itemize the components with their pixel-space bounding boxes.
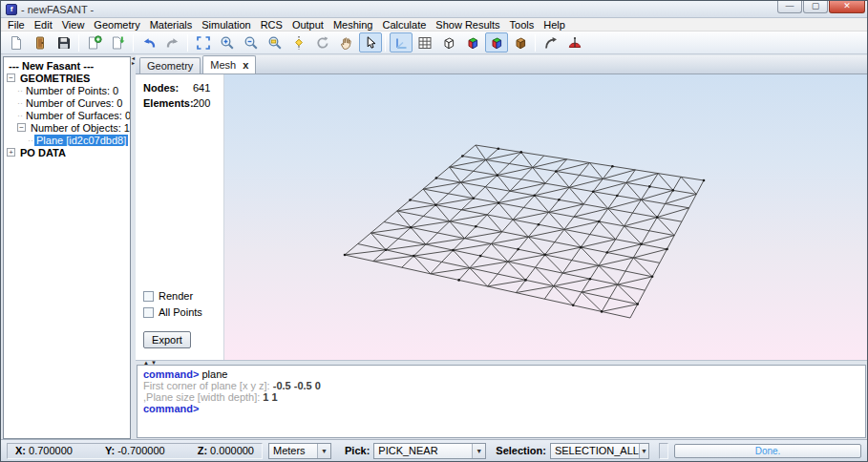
collapse-icon[interactable]: −: [17, 123, 26, 132]
geometry-tree-panel: --- New Fasant ---−GEOMETRIES··Number of…: [3, 56, 131, 439]
menu-meshing[interactable]: Meshing: [328, 18, 378, 32]
pick-value: PICK_NEAR: [378, 445, 437, 456]
snap-points-button[interactable]: [287, 32, 310, 52]
maximize-button[interactable]: ▢: [803, 1, 828, 13]
elements-stat: Elements: 200: [143, 97, 223, 109]
tree-item-new-fasant[interactable]: --- New Fasant ---: [4, 59, 130, 72]
export-button[interactable]: Export: [143, 331, 191, 348]
coordinates-panel: X: 0.700000 Y: -0.700000 Z: 0.000000: [7, 443, 263, 459]
open-icon: [32, 35, 48, 51]
menu-show-results[interactable]: Show Results: [431, 18, 504, 32]
expand-icon[interactable]: +: [7, 148, 15, 157]
save-button[interactable]: [53, 32, 75, 52]
window-title: - newFASANT -: [21, 4, 94, 15]
nodes-label: Nodes:: [143, 82, 193, 94]
menu-calculate[interactable]: Calculate: [377, 18, 431, 32]
console-text: command>: [143, 368, 199, 380]
shaded-wireframe-view-button[interactable]: [485, 32, 508, 52]
tree-item-geometries[interactable]: −GEOMETRIES: [4, 72, 130, 84]
all-points-checkbox[interactable]: [143, 307, 154, 318]
viewport-3d[interactable]: [223, 74, 867, 360]
all-points-label: All Points: [159, 306, 202, 318]
solid-view-button[interactable]: [509, 32, 532, 52]
menu-help[interactable]: Help: [539, 18, 570, 32]
console-line: command> plane: [143, 368, 859, 380]
page-download-icon: [111, 35, 126, 51]
tree-item-label: Plane [id2c07dbd8]: [34, 135, 128, 146]
selection-dropdown[interactable]: SELECTION_ALL ▼: [550, 443, 649, 459]
render-checkbox[interactable]: [143, 291, 154, 302]
title-bar[interactable]: f - newFASANT - — ▢ ✕: [1, 1, 867, 18]
console-line: command>: [143, 403, 859, 414]
command-console[interactable]: command> planeFirst corner of plane [x y…: [137, 365, 866, 438]
menu-file[interactable]: File: [3, 18, 30, 32]
menu-tools[interactable]: Tools: [505, 18, 540, 32]
open-button[interactable]: [29, 32, 52, 52]
progress-bar: Done.: [674, 444, 861, 458]
far-field-button[interactable]: [563, 32, 586, 52]
z-coordinate: Z: 0.000000: [198, 445, 254, 456]
tree-connector: ··: [28, 136, 33, 145]
collapse-icon[interactable]: −: [7, 74, 15, 82]
import-button[interactable]: [107, 32, 130, 52]
tab-mesh[interactable]: Mesh x: [202, 55, 256, 74]
units-dropdown[interactable]: Meters ▼: [268, 443, 331, 459]
menu-materials[interactable]: Materials: [145, 18, 198, 32]
zoom-out-button[interactable]: [240, 32, 263, 52]
zoom-out-icon: [243, 35, 259, 51]
menu-geometry[interactable]: Geometry: [89, 18, 144, 32]
tab-close-icon[interactable]: x: [243, 59, 248, 71]
fit-view-button[interactable]: [192, 32, 215, 52]
grid-button[interactable]: [413, 32, 436, 52]
zoom-window-button[interactable]: [264, 32, 286, 52]
toolbar-separator: [535, 34, 536, 52]
zoom-in-button[interactable]: [216, 32, 239, 52]
tree-item-po-data[interactable]: +PO DATA: [4, 146, 130, 158]
pan-button[interactable]: [335, 32, 358, 52]
menu-simulation[interactable]: Simulation: [197, 18, 255, 32]
progress-text: Done.: [755, 446, 781, 456]
nodes-value: 641: [193, 82, 210, 94]
far-field-icon: [567, 35, 582, 51]
app-icon: f: [6, 4, 17, 15]
shaded-view-button[interactable]: [461, 32, 484, 52]
fit-view-icon: [196, 35, 211, 51]
menu-rcs[interactable]: RCS: [256, 18, 287, 32]
tree-item-number-of-objects-1[interactable]: −Number of Objects: 1: [4, 121, 130, 134]
wireframe-view-button[interactable]: [437, 32, 460, 52]
select-button[interactable]: [359, 32, 382, 52]
undo-button[interactable]: [138, 32, 160, 52]
selection-label: Selection:: [496, 445, 546, 456]
page-add-icon: [87, 35, 102, 51]
tree-connector: ··: [17, 111, 23, 120]
tree-item-plane-id2c07dbd8[interactable]: ··Plane [id2c07dbd8]: [4, 134, 130, 146]
menu-edit[interactable]: Edit: [30, 18, 57, 32]
units-value: Meters: [273, 445, 306, 456]
new-file-icon: [9, 35, 24, 51]
redo-icon: [165, 35, 180, 51]
menu-output[interactable]: Output: [287, 18, 328, 32]
rotate-view-button[interactable]: [311, 32, 334, 52]
pick-dropdown[interactable]: PICK_NEAR ▼: [373, 443, 486, 459]
mesh-tab-content: Nodes: 641 Elements: 200 Render: [136, 74, 867, 360]
grid-icon: [417, 35, 433, 51]
tree-connector: ··: [17, 86, 23, 95]
new-file-button[interactable]: [5, 32, 28, 52]
new-project-button[interactable]: [83, 32, 106, 52]
tree-item-number-of-points-0[interactable]: ··Number of Points: 0: [4, 84, 130, 96]
tree-item-number-of-surfaces-0[interactable]: ··Number of Surfaces: 0: [4, 109, 130, 121]
tree-item-number-of-curves-0[interactable]: ··Number of Curves: 0: [4, 96, 130, 109]
snap-points-icon: [291, 35, 307, 51]
tree-item-label: PO DATA: [18, 147, 68, 158]
menu-view[interactable]: View: [57, 18, 90, 32]
redo-button[interactable]: [161, 32, 184, 52]
bend-tool-button[interactable]: [540, 32, 562, 52]
console-line: ,Plane size [width depth]: 1 1: [143, 391, 859, 403]
close-button[interactable]: ✕: [829, 1, 865, 13]
y-coordinate: Y: -0.700000: [105, 445, 165, 456]
minimize-button[interactable]: —: [777, 1, 802, 13]
tab-geometry[interactable]: Geometry: [139, 57, 201, 74]
chevron-down-icon: ▼: [317, 444, 330, 458]
axes-button[interactable]: [390, 32, 413, 52]
console-text: ,Plane size [width depth]:: [143, 391, 263, 403]
